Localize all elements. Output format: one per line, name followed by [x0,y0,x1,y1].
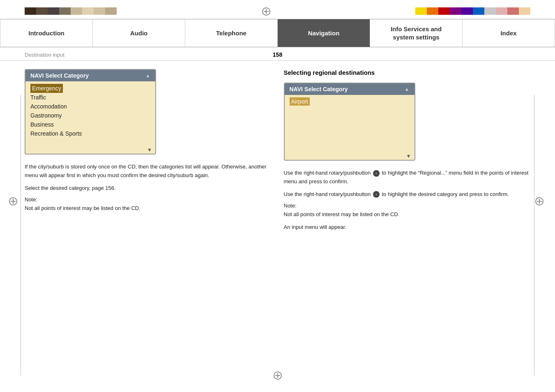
cb1 [25,7,36,15]
color-bar-right [415,7,530,15]
cbr8 [496,7,507,15]
crosshair-icon-right [535,197,543,205]
navi-body-left: Emergency Traffic Accomodation Gastronom… [25,81,155,146]
tab-introduction[interactable]: Introduction [0,19,93,47]
tab-telephone[interactable]: Telephone [185,19,278,47]
navi-header-icon-right: ▲ [405,86,410,92]
navi-item-accomodation: Accomodation [30,102,150,111]
crosshair-icon-left [9,197,17,205]
page-number: 158 [193,51,362,58]
color-bar-left [25,7,117,15]
bottom-center-crosshair [273,371,283,380]
right-note-text1: Not all points of interest may be listed… [284,210,531,219]
right-crosshair [534,197,547,210]
right-note-text2: An input menu will appear. [284,223,531,232]
rotary-button-icon-2 [373,191,380,198]
navi-item-airport: Airport [290,97,310,106]
left-paragraph1: If the city/suburb is stored only once o… [25,163,272,180]
navi-item-gastronomy: Gastronomy [30,111,150,120]
border-left [21,95,21,376]
col-right: Selecting regional destinations NAVI Sel… [284,69,531,236]
tab-audio[interactable]: Audio [93,19,185,47]
right-p2-prefix: Use the right-hand rotary/pushbutton [284,191,372,197]
cb6 [82,7,94,15]
navi-body-right: Airport [285,95,415,152]
right-note-label: Note: [284,203,531,209]
navi-screen-left: NAVI Select Category ▲ Emergency Traffic… [25,69,156,154]
tab-info[interactable]: Info Services andsystem settings [370,19,463,47]
cbr2 [427,7,438,15]
cb2 [36,7,48,15]
nav-tabs: Introduction Audio Telephone Navigation … [0,19,555,47]
cbr5 [461,7,473,15]
subheader: Destination input 158 [0,47,555,61]
right-p1-prefix: Use the right-hand rotary/pushbutton [284,170,372,176]
cb5 [71,7,82,15]
cbr3 [438,7,450,15]
cbr4 [450,7,461,15]
crosshair-icon-top [262,7,270,16]
right-paragraph1: Use the right-hand rotary/pushbutton to … [284,169,531,186]
tab-navigation[interactable]: Navigation [278,19,370,47]
cbr7 [484,7,496,15]
navi-item-recreation: Recreation & Sports [30,129,150,138]
col-left: NAVI Select Category ▲ Emergency Traffic… [25,69,272,236]
left-crosshair [8,197,21,210]
navi-scroll-left: ▼ [25,146,155,154]
navi-header-icon-left: ▲ [145,73,150,78]
right-paragraph2: Use the right-hand rotary/pushbutton to … [284,190,531,199]
left-paragraph2: Select the desired category, page 156. [25,184,272,193]
crosshair-icon-bottom [274,371,282,380]
top-center-crosshair [258,7,274,16]
right-p2-suffix: to highlight the desired category and pr… [380,191,509,197]
main-content: NAVI Select Category ▲ Emergency Traffic… [0,61,555,244]
navi-item-emergency: Emergency [30,84,63,93]
cb3 [48,7,59,15]
left-note-text: Not all points of interest may be listed… [25,204,272,213]
navi-header-right: NAVI Select Category ▲ [285,83,415,95]
rotary-button-icon-1 [373,170,380,177]
subheader-left-text: Destination input [25,52,193,58]
section-title: Selecting regional destinations [284,69,531,76]
cbr10 [519,7,530,15]
border-right [534,95,534,376]
navi-item-business: Business [30,120,150,129]
cb4 [59,7,71,15]
cb7 [94,7,105,15]
cbr1 [415,7,427,15]
cbr9 [507,7,519,15]
cb8 [105,7,117,15]
navi-item-traffic: Traffic [30,93,150,102]
navi-scroll-right: ▼ [285,152,415,160]
navi-header-left: NAVI Select Category ▲ [25,70,155,81]
tab-index[interactable]: Index [463,19,555,47]
navi-screen-right: NAVI Select Category ▲ Airport ▼ [284,83,415,161]
left-note-label: Note: [25,196,272,203]
cbr6 [473,7,484,15]
top-bar-container [0,0,555,16]
